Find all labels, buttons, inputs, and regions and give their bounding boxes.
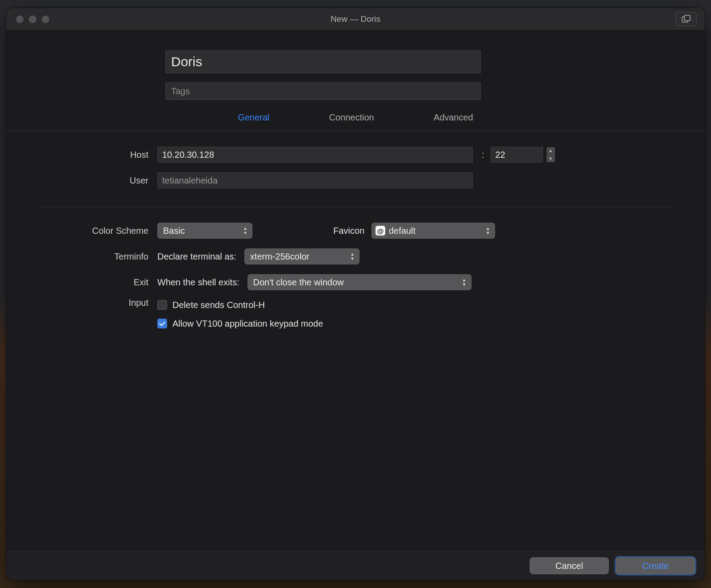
user-input[interactable] xyxy=(157,172,473,188)
vt100-keypad-label: Allow VT100 application keypad mode xyxy=(172,319,323,329)
window-controls xyxy=(16,16,49,23)
port-input[interactable] xyxy=(491,147,543,163)
titlebar: New — Doris xyxy=(6,8,705,31)
exit-behavior-value: Don't close the window xyxy=(253,277,344,288)
exit-label: Exit xyxy=(6,277,157,288)
tabs: General Connection Advanced xyxy=(6,111,705,124)
app-window: New — Doris General Connection Advanced … xyxy=(6,8,705,580)
settings-section: Color Scheme Basic ▲▼ Favicon @ default … xyxy=(6,207,705,336)
terminfo-value: xterm-256color xyxy=(250,252,309,262)
create-button[interactable]: Create xyxy=(616,557,695,574)
chevron-up-down-icon: ▲▼ xyxy=(349,249,356,264)
tab-connection[interactable]: Connection xyxy=(328,111,375,124)
dialog-footer: Cancel Create xyxy=(6,551,705,580)
terminfo-text: Declare terminal as: xyxy=(157,252,236,262)
svg-rect-1 xyxy=(684,16,690,21)
cancel-button[interactable]: Cancel xyxy=(530,557,609,574)
duplicate-window-button[interactable] xyxy=(675,12,697,26)
exit-text: When the shell exits: xyxy=(157,277,240,288)
zoom-window-button[interactable] xyxy=(42,16,49,23)
chevron-up-icon: ▲ xyxy=(547,147,555,155)
terminfo-select[interactable]: xterm-256color ▲▼ xyxy=(244,248,359,264)
color-scheme-select[interactable]: Basic ▲▼ xyxy=(157,223,252,239)
user-label: User xyxy=(6,176,157,186)
tab-general[interactable]: General xyxy=(237,111,270,124)
chevron-up-down-icon: ▲▼ xyxy=(461,275,467,290)
delete-sends-ctrl-h-label: Delete sends Control-H xyxy=(172,300,265,310)
chevron-up-down-icon: ▲▼ xyxy=(485,223,491,238)
close-window-button[interactable] xyxy=(16,16,24,23)
color-scheme-label: Color Scheme xyxy=(6,226,157,236)
tab-advanced[interactable]: Advanced xyxy=(433,111,474,124)
host-port-separator: : xyxy=(478,150,485,160)
port-stepper[interactable]: ▲ ▼ xyxy=(547,147,555,162)
exit-behavior-select[interactable]: Don't close the window ▲▼ xyxy=(248,274,471,290)
delete-sends-ctrl-h-checkbox[interactable] xyxy=(157,300,167,310)
terminfo-label: Terminfo xyxy=(6,252,157,262)
favicon-select[interactable]: @ default ▲▼ xyxy=(371,223,495,239)
chevron-up-down-icon: ▲▼ xyxy=(242,223,248,238)
minimize-window-button[interactable] xyxy=(29,16,36,23)
host-label: Host xyxy=(6,150,157,160)
connection-section: Host : ▲ ▼ User xyxy=(6,131,705,196)
favicon-label: Favicon xyxy=(333,226,364,236)
window-title: New — Doris xyxy=(6,14,705,24)
vt100-keypad-checkbox[interactable] xyxy=(157,319,167,328)
duplicate-icon xyxy=(681,15,691,24)
at-sign-icon: @ xyxy=(375,226,385,236)
favicon-value: default xyxy=(389,226,415,236)
host-input[interactable] xyxy=(157,147,473,163)
chevron-down-icon: ▼ xyxy=(547,155,555,163)
header-zone xyxy=(6,31,705,100)
color-scheme-value: Basic xyxy=(163,226,185,236)
connection-name-input[interactable] xyxy=(165,50,481,73)
tags-input[interactable] xyxy=(165,82,481,100)
input-label: Input xyxy=(6,298,157,308)
